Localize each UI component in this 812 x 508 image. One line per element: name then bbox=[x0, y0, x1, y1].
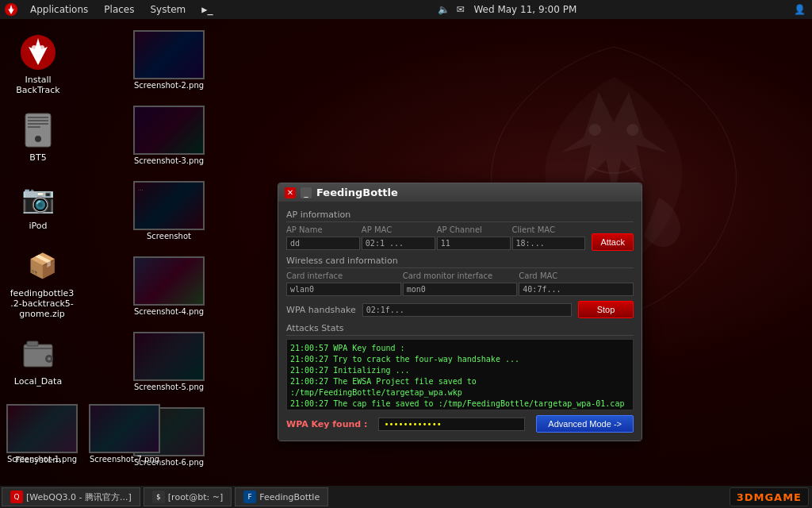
bt5-label: BT5 bbox=[29, 152, 46, 163]
terminal-launch[interactable]: ▶_ bbox=[193, 0, 220, 19]
log-line-1: 21:00:27 Try to crack the four-way hands… bbox=[290, 354, 630, 365]
svg-rect-13 bbox=[24, 348, 52, 349]
feedingbottle-dialog: ✕ _ FeedingBottle AP information AP Name… bbox=[278, 183, 642, 441]
wpa-handshake-label: WPA handshake bbox=[286, 305, 356, 315]
desktop-icon-bt5[interactable]: BT5 bbox=[6, 108, 70, 166]
advanced-mode-button[interactable]: Advanced Mode -> bbox=[536, 415, 634, 433]
screenshot-4-thumb bbox=[133, 256, 205, 306]
card-monitor-header: Card monitor interface bbox=[403, 271, 518, 280]
taskbar-webqq[interactable]: Q [WebQQ3.0 - 腾讯官方...] bbox=[2, 487, 140, 506]
wpa-key-found-value: •••••••••••• bbox=[378, 418, 525, 431]
kali-logo-panel bbox=[3, 2, 19, 17]
panel-left: Applications Places System ▶_ bbox=[0, 0, 221, 19]
dialog-title: FeedingBottle bbox=[316, 187, 398, 198]
wpa-handshake-section: WPA handshake 02:1f... Stop bbox=[286, 301, 634, 318]
3dmgame-text: 3DMGAME bbox=[737, 491, 802, 503]
dialog-titlebar: ✕ _ FeedingBottle bbox=[278, 183, 642, 202]
screenshot-5-icon[interactable]: Screenshot-5.png bbox=[133, 332, 205, 391]
card-interface-value: wlan0 bbox=[286, 283, 401, 296]
screenshot-5-label: Screenshot-5.png bbox=[134, 383, 204, 391]
svg-point-11 bbox=[35, 136, 41, 142]
ap-info-row: AP Name AP MAC AP Channel Client MAC dd … bbox=[286, 225, 634, 251]
attacks-stats-label: Attacks Stats bbox=[286, 323, 634, 336]
screenshot-4-icon[interactable]: Screenshot-4.png bbox=[133, 256, 205, 316]
kali-dragon-icon bbox=[19, 33, 57, 71]
desktop-icon-ipod[interactable]: 📷 iPod bbox=[6, 176, 70, 234]
svg-rect-10 bbox=[28, 126, 40, 128]
wireless-info-section: Wireless card information Card interface… bbox=[286, 256, 634, 296]
dialog-close-button[interactable]: ✕ bbox=[285, 187, 296, 198]
menu-system[interactable]: System bbox=[142, 0, 193, 19]
attacks-stats-section: Attacks Stats 21:00:57 WPA Key found : 2… bbox=[286, 323, 634, 410]
desktop: Applications Places System ▶_ 🔈 ✉ Wed Ma… bbox=[0, 0, 812, 508]
desktop-icon-local-data[interactable]: Local_Data bbox=[6, 332, 70, 390]
ap-mac-value: 02:1 ... bbox=[362, 237, 435, 250]
card-mac-value: 40:7f... bbox=[519, 283, 634, 296]
screenshot-7-thumb bbox=[89, 404, 160, 453]
panel-right: 👤 bbox=[794, 4, 812, 15]
screenshot-icon[interactable]: ... Screenshot bbox=[133, 181, 205, 241]
taskbar-right: 3DMGAME bbox=[730, 487, 812, 506]
taskbar-terminal[interactable]: $ [root@bt: ~] bbox=[144, 487, 232, 506]
screenshot-3-icon[interactable]: Screenshot-3.png bbox=[133, 106, 205, 165]
dialog-minimize-button[interactable]: _ bbox=[301, 187, 312, 198]
panel-center: 🔈 ✉ Wed May 11, 9:00 PM bbox=[221, 4, 794, 15]
screenshot-3-label: Screenshot-3.png bbox=[134, 156, 204, 165]
feedingbottle-zip-label: feedingbottle3.2-backtrack5-gnome.zip bbox=[10, 288, 75, 320]
svg-rect-14 bbox=[27, 341, 38, 346]
datetime: Wed May 11, 9:00 PM bbox=[473, 4, 576, 15]
screenshot-7-label: Screenshot-7.png bbox=[90, 455, 159, 464]
log-line-0: 21:00:57 WPA Key found : bbox=[290, 343, 630, 354]
speaker-icon: 🔈 bbox=[438, 4, 450, 15]
svg-point-5 bbox=[40, 45, 44, 50]
desktop-icon-feedingbottle-zip[interactable]: 📦 feedingbottle3.2-backtrack5-gnome.zip bbox=[6, 244, 78, 323]
svg-point-4 bbox=[32, 45, 36, 50]
screenshot-7-icon[interactable]: Screenshot-7.png bbox=[89, 404, 160, 464]
bottom-left-screenshots: Screenshot-1.png Screenshot-7.png bbox=[6, 404, 160, 476]
zip-icon: 📦 bbox=[23, 247, 61, 285]
card-mac-header: Card MAC bbox=[519, 271, 634, 280]
svg-rect-7 bbox=[28, 117, 48, 118]
menu-applications[interactable]: Applications bbox=[22, 0, 96, 19]
desktop-icon-install-backtrack[interactable]: Install BackTrack bbox=[6, 30, 70, 98]
svg-point-1 bbox=[626, 124, 638, 136]
screenshot-label: Screenshot bbox=[147, 232, 191, 241]
feedingbottle-task-icon: F bbox=[243, 491, 256, 503]
attack-button[interactable]: Attack bbox=[592, 233, 634, 251]
menu-places[interactable]: Places bbox=[96, 0, 142, 19]
ap-name-value: dd bbox=[286, 237, 360, 250]
local-data-label: Local_Data bbox=[14, 376, 62, 387]
wireless-headers: Card interface Card monitor interface Ca… bbox=[286, 271, 634, 280]
ap-headers: AP Name AP MAC AP Channel Client MAC bbox=[286, 225, 585, 234]
screenshot-2-thumb bbox=[133, 30, 205, 79]
ap-name-header: AP Name bbox=[286, 225, 360, 234]
ap-info-data: AP Name AP MAC AP Channel Client MAC dd … bbox=[286, 225, 585, 250]
mail-icon: ✉ bbox=[456, 4, 464, 15]
wpa-key-found-label: WPA Key found : bbox=[286, 419, 367, 429]
log-area[interactable]: 21:00:57 WPA Key found : 21:00:27 Try to… bbox=[286, 339, 634, 410]
top-panel: Applications Places System ▶_ 🔈 ✉ Wed Ma… bbox=[0, 0, 812, 19]
screenshot-2-label: Screenshot-2.png bbox=[134, 81, 204, 90]
taskbar-feedingbottle[interactable]: F FeedingBottle bbox=[235, 487, 328, 506]
ap-info-label: AP information bbox=[286, 210, 634, 222]
bt5-icon bbox=[19, 111, 57, 149]
wpa-handshake-value: 02:1f... bbox=[362, 303, 572, 317]
screenshot-1-icon[interactable]: Screenshot-1.png bbox=[6, 404, 78, 464]
log-line-3: 21:00:27 The EWSA Project file saved to … bbox=[290, 376, 630, 398]
wireless-info-label: Wireless card information bbox=[286, 256, 634, 268]
ap-channel-header: AP Channel bbox=[437, 225, 511, 234]
log-line-5: 21:00:26 A four-way handshake was succes… bbox=[290, 410, 630, 410]
screenshot-5-thumb bbox=[133, 332, 205, 381]
stop-button[interactable]: Stop bbox=[578, 301, 634, 318]
ap-client-mac-header: Client MAC bbox=[512, 225, 586, 234]
screenshot-2-icon[interactable]: Screenshot-2.png bbox=[133, 30, 205, 90]
taskbar-webqq-label: [WebQQ3.0 - 腾讯官方...] bbox=[26, 491, 132, 503]
camera-icon: 📷 bbox=[19, 179, 57, 217]
ap-values: dd 02:1 ... 11 18:... bbox=[286, 237, 585, 250]
wireless-values: wlan0 mon0 40:7f... bbox=[286, 283, 634, 296]
dialog-body: AP information AP Name AP MAC AP Channel… bbox=[278, 202, 642, 441]
local-data-icon bbox=[19, 335, 57, 373]
install-backtrack-label: Install BackTrack bbox=[10, 75, 67, 95]
user-icon: 👤 bbox=[794, 4, 806, 15]
screenshot-3-thumb bbox=[133, 106, 205, 155]
